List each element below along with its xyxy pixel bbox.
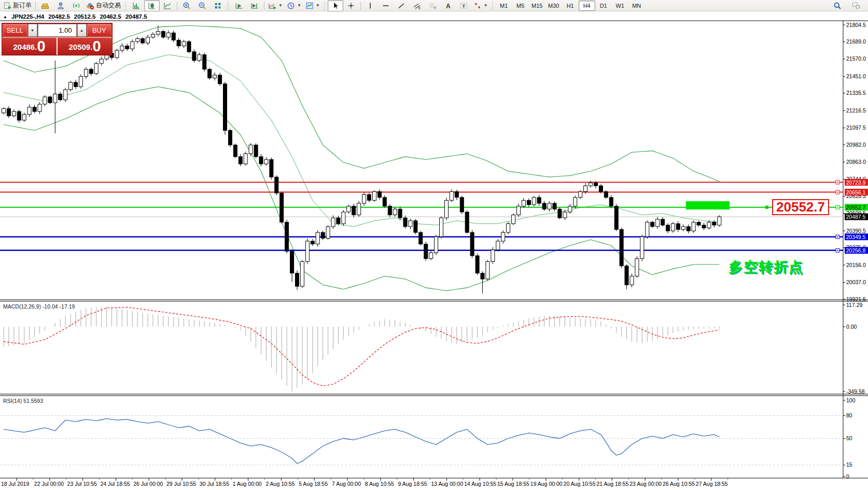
svg-text:21451.0: 21451.0	[846, 73, 866, 79]
templates-button[interactable]: ▼	[303, 0, 322, 11]
timeframe-mn[interactable]: MN	[628, 1, 645, 11]
search-button[interactable]	[830, 0, 845, 11]
navigator-button[interactable]	[68, 0, 84, 11]
auto-trading-button[interactable]: 自动交易	[84, 0, 123, 11]
line-chart-button[interactable]	[160, 0, 175, 11]
zoom-in-button[interactable]	[179, 0, 194, 11]
bars-icon	[132, 2, 141, 10]
svg-text:20256.8: 20256.8	[846, 247, 866, 254]
toolbar: 新订单自动交易▼▼▼EFAT▼M1M5M15M30H1H4D1W1MN	[0, 0, 868, 11]
svg-text:24 Jul 18:55: 24 Jul 18:55	[100, 481, 130, 487]
svg-text:30 Jul 18:55: 30 Jul 18:55	[200, 481, 229, 487]
trendline-button[interactable]	[394, 0, 409, 11]
timeframe-w1[interactable]: W1	[612, 1, 628, 11]
svg-text:19 Aug 00:00: 19 Aug 00:00	[530, 481, 563, 487]
chart-area[interactable]: 21804.521689.021570.021451.021335.521216…	[0, 0, 868, 490]
price-badge: 20656.1	[845, 189, 868, 195]
channel-button[interactable]: E	[409, 0, 425, 11]
indicators-button[interactable]: ▼	[266, 0, 285, 11]
svg-text:2 Aug 10:55: 2 Aug 10:55	[265, 481, 295, 487]
quote-open: 20482.5	[48, 13, 70, 20]
svg-text:21097.5: 21097.5	[846, 124, 866, 131]
svg-text:27 Aug 18:55: 27 Aug 18:55	[696, 481, 728, 487]
clock-icon	[287, 2, 295, 10]
buy-button[interactable]: BUY	[87, 24, 112, 37]
quote-bar: ▲ JPN225-,H4 20482.5 20512.5 20462.5 204…	[3, 13, 147, 20]
svg-text:E: E	[418, 6, 421, 9]
toolbar-separator	[177, 2, 177, 10]
toolbar-grip	[324, 2, 326, 10]
person-icon	[57, 2, 65, 10]
tiles-icon	[214, 2, 222, 10]
search-icon	[833, 2, 842, 10]
svg-text:23 Jul 10:55: 23 Jul 10:55	[67, 481, 97, 487]
chat-button[interactable]	[848, 0, 864, 11]
arrows-icon	[473, 2, 482, 10]
volume-increase-button[interactable]: ▲	[77, 24, 87, 37]
volume-decrease-button[interactable]: ▼	[28, 24, 37, 37]
horizontal-line[interactable]	[0, 190, 843, 194]
candle-chart-button[interactable]	[144, 0, 160, 11]
crosshair-button[interactable]	[343, 0, 359, 11]
candle-icon	[148, 2, 156, 10]
data-window-button[interactable]	[53, 0, 68, 11]
timeframe-m15[interactable]: M15	[529, 1, 545, 11]
fibonacci-button[interactable]: F	[425, 0, 440, 11]
chevron-down-icon: ▼	[316, 3, 320, 8]
cursor-button[interactable]	[328, 0, 343, 11]
svg-text:21570.0: 21570.0	[846, 55, 866, 62]
svg-text:100: 100	[846, 397, 856, 403]
timeframe-d1[interactable]: D1	[595, 1, 612, 11]
zoom-out-button[interactable]	[194, 0, 210, 11]
horizontal-line[interactable]	[0, 248, 843, 252]
rsi-line	[4, 418, 719, 464]
zoomin-icon	[183, 2, 191, 10]
tile-windows-button[interactable]	[210, 0, 226, 11]
timeframe-h1[interactable]: H1	[562, 1, 579, 11]
green-highlight-box[interactable]	[686, 201, 730, 209]
text-button[interactable]: A	[440, 0, 456, 11]
chevron-down-icon: ▼	[297, 3, 301, 8]
buy-price[interactable]: 20509.0	[58, 38, 112, 55]
one-click-trading-panel: SELL ▼ 1.00 ▲ BUY 20486.0 20509.0	[2, 23, 113, 55]
collapse-arrow-icon[interactable]: ▲	[3, 15, 7, 19]
svg-text:20 Aug 10:55: 20 Aug 10:55	[564, 481, 596, 487]
timeframe-h4[interactable]: H4	[579, 1, 595, 11]
new-order-button[interactable]: 新订单	[1, 0, 34, 11]
sell-button[interactable]: SELL	[3, 24, 27, 37]
price-annotation-label[interactable]: 20552.7	[772, 199, 829, 215]
chinese-annotation-text[interactable]: 多空转折点	[729, 258, 804, 276]
price-badge: 20487.5	[845, 213, 868, 220]
periods-button[interactable]: ▼	[285, 0, 303, 11]
svg-text:21 Aug 18:55: 21 Aug 18:55	[596, 481, 628, 487]
template-icon	[305, 2, 314, 10]
bar-chart-button[interactable]	[129, 0, 144, 11]
arrows-button[interactable]: ▼	[471, 0, 490, 11]
svg-text:13 Aug 00:00: 13 Aug 00:00	[431, 481, 463, 487]
svg-text:117.29: 117.29	[846, 302, 862, 308]
chart-shift-button[interactable]	[247, 0, 262, 11]
label-button[interactable]: T	[456, 0, 471, 11]
svg-text:20863.0: 20863.0	[846, 159, 866, 165]
timeframe-m5[interactable]: M5	[512, 1, 529, 11]
cursor-icon	[331, 2, 340, 10]
sell-price[interactable]: 20486.0	[2, 38, 57, 55]
horizontal-line-button[interactable]	[378, 0, 394, 11]
svg-text:20156.0: 20156.0	[846, 262, 866, 268]
autoscroll-icon	[235, 2, 243, 10]
timeframe-m1[interactable]: M1	[496, 1, 512, 11]
linechart-icon	[163, 2, 172, 10]
market-watch-button[interactable]	[37, 0, 53, 11]
sonar-icon	[72, 2, 80, 10]
svg-text:22 Jul 00:00: 22 Jul 00:00	[34, 481, 64, 487]
svg-text:21216.5: 21216.5	[846, 107, 866, 114]
fibo-icon: F	[428, 2, 437, 10]
svg-text:20487.5: 20487.5	[846, 214, 866, 220]
timeframe-m30[interactable]: M30	[545, 1, 562, 11]
bollinger-lower-band	[4, 87, 719, 290]
auto-scroll-button[interactable]	[231, 0, 247, 11]
volume-input[interactable]: 1.00	[38, 24, 77, 37]
line-handle[interactable]	[765, 206, 768, 209]
vertical-line-button[interactable]	[362, 0, 378, 11]
horizontal-line[interactable]	[0, 180, 843, 184]
